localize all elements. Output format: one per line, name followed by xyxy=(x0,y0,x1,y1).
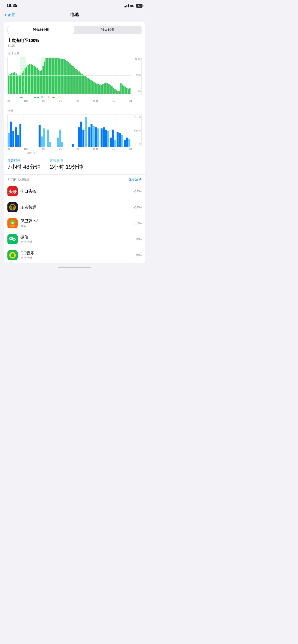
svg-rect-76 xyxy=(117,91,119,94)
svg-rect-38 xyxy=(60,59,62,94)
activity-icon-4: ⚡ xyxy=(47,96,50,98)
svg-rect-61 xyxy=(95,83,96,94)
screen-on-value: 7小时 48分钟 xyxy=(8,163,41,170)
act-x-21: 21 xyxy=(8,148,10,151)
app-item-toutiao[interactable]: 头条 今日头条 23% xyxy=(4,183,145,199)
app-pct-qqmusic: 8% xyxy=(136,253,142,258)
nav-bar: ‹ 设置 电池 xyxy=(0,10,149,20)
app-sub-qqmusic: 后台活动 xyxy=(21,256,133,260)
x-label-03: 03 xyxy=(42,100,45,103)
activity-y-labels: 60分钟 30分钟 0分钟 xyxy=(132,115,141,147)
svg-rect-46 xyxy=(72,66,74,94)
back-button[interactable]: ‹ 设置 xyxy=(5,12,15,18)
screen-stats: 屏幕打开 7小时 48分钟 屏幕关闭 2小时 19分钟 xyxy=(4,155,145,174)
activity-icon-3: ⏸ xyxy=(41,96,43,98)
app-item-wzry[interactable]: 王者 王者荣耀 23% xyxy=(4,199,145,215)
act-vgrid-7 xyxy=(116,115,116,147)
home-bar xyxy=(58,267,91,268)
act-vgrid-2 xyxy=(39,115,39,147)
svg-rect-19 xyxy=(32,65,34,94)
app-info-wechat: 微信 后台活动 xyxy=(21,234,133,244)
svg-rect-115 xyxy=(114,140,116,147)
battery-chart-container: 100% 50% 0% xyxy=(8,57,142,94)
x-label-15: 15 xyxy=(112,100,115,103)
vgrid-5 xyxy=(85,57,85,94)
svg-point-135 xyxy=(10,238,11,239)
tab-24h[interactable]: 过去24小时 xyxy=(8,26,75,34)
status-time: 18:35 xyxy=(7,3,17,8)
svg-rect-77 xyxy=(119,91,120,94)
status-right: 5G 51 xyxy=(124,4,143,8)
signal-bar-1 xyxy=(124,6,125,8)
status-5g: 5G xyxy=(130,4,135,8)
svg-rect-78 xyxy=(120,84,122,94)
y-label-100: 100% xyxy=(132,58,141,60)
screen-off-label: 屏幕关闭 xyxy=(50,158,83,163)
svg-rect-60 xyxy=(93,82,95,94)
svg-rect-58 xyxy=(90,80,92,94)
activity-plot-area xyxy=(8,115,132,147)
svg-rect-36 xyxy=(58,58,59,94)
app-item-wechat[interactable]: 微信 后台活动 9% xyxy=(4,231,145,247)
tab-10d[interactable]: 过去10天 xyxy=(75,26,141,34)
app-info-wzry: 王者荣耀 xyxy=(21,205,131,210)
app-icon-bwlb: 蔬 xyxy=(8,218,18,228)
show-activity-button[interactable]: 显示活动 xyxy=(129,177,142,182)
svg-rect-109 xyxy=(101,128,103,147)
svg-rect-116 xyxy=(117,132,119,147)
x-label-06: 06 xyxy=(59,100,62,103)
svg-rect-9 xyxy=(17,75,19,94)
svg-rect-113 xyxy=(110,138,112,147)
screen-on-label: 屏幕打开 xyxy=(8,158,41,163)
svg-rect-104 xyxy=(88,127,90,147)
x-label-12h: 12时 xyxy=(93,100,98,103)
svg-rect-26 xyxy=(43,66,44,94)
app-item-qqmusic[interactable]: ♪ QQ音乐 后台活动 8% xyxy=(4,247,145,263)
svg-rect-55 xyxy=(86,77,87,94)
app-name-wzry: 王者荣耀 xyxy=(21,205,131,210)
svg-rect-29 xyxy=(47,58,48,94)
svg-rect-45 xyxy=(71,65,72,94)
svg-rect-80 xyxy=(123,86,125,94)
app-info-qqmusic: QQ音乐 后台活动 xyxy=(21,250,133,260)
svg-rect-95 xyxy=(50,142,51,147)
svg-rect-89 xyxy=(17,136,19,147)
svg-rect-37 xyxy=(59,58,60,94)
svg-rect-71 xyxy=(110,85,111,94)
battery-plot-area xyxy=(8,57,132,94)
svg-rect-30 xyxy=(49,58,50,94)
app-item-bwlb[interactable]: 蔬 保卫萝卜3 音频 11% xyxy=(4,215,145,231)
svg-text:王者: 王者 xyxy=(10,206,15,209)
act-vgrid-4 xyxy=(70,115,70,147)
battery-x-labels: 21 0时 03 06 09 12时 15 18 xyxy=(8,99,142,103)
svg-rect-53 xyxy=(83,75,84,94)
app-pct-wzry: 23% xyxy=(134,205,142,210)
svg-rect-106 xyxy=(93,126,95,147)
svg-rect-99 xyxy=(72,144,74,147)
activity-icon-2: ▬ ▬ xyxy=(34,96,39,98)
svg-rect-118 xyxy=(121,136,123,147)
svg-rect-65 xyxy=(101,85,102,94)
svg-rect-88 xyxy=(15,127,17,147)
svg-rect-27 xyxy=(44,62,46,94)
activity-chart-section: 活动 xyxy=(4,106,145,155)
screen-off-value: 2小时 19分钟 xyxy=(50,163,83,170)
act-y-label-0: 0分钟 xyxy=(132,142,141,146)
svg-text:头条: 头条 xyxy=(8,190,17,194)
y-label-0: 0% xyxy=(132,90,141,93)
svg-rect-66 xyxy=(102,84,104,94)
svg-rect-52 xyxy=(82,74,83,94)
svg-rect-48 xyxy=(75,69,77,94)
back-label: 设置 xyxy=(7,12,15,18)
activity-x-labels: 21 0时 03 06 09 12时 15 18 xyxy=(8,147,142,151)
act-x-12h: 12时 xyxy=(93,148,98,151)
app-icon-toutiao: 头条 xyxy=(8,186,18,196)
svg-rect-81 xyxy=(125,87,126,94)
svg-rect-114 xyxy=(112,130,114,147)
svg-rect-105 xyxy=(91,124,92,147)
svg-rect-98 xyxy=(61,142,63,147)
svg-rect-41 xyxy=(65,60,66,94)
svg-rect-24 xyxy=(40,71,41,94)
svg-rect-117 xyxy=(119,133,121,147)
x-label-21: 21 xyxy=(8,100,10,103)
